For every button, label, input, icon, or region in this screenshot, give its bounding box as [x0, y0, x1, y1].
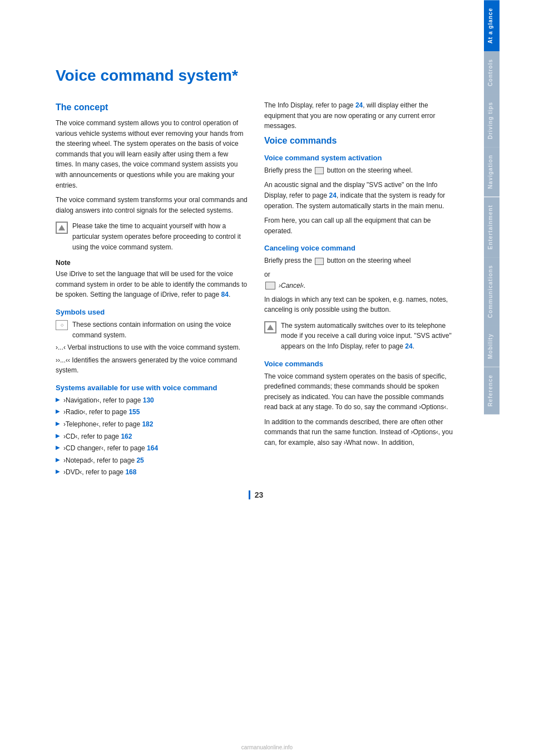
cancel-btn-icon	[315, 258, 324, 265]
list-arrow-icon: ▶	[56, 468, 60, 474]
sidebar-tab-navigation[interactable]: Navigation	[484, 147, 500, 197]
symbol1-text: These sections contain information on us…	[72, 320, 248, 340]
list-arrow-icon: ▶	[56, 456, 60, 463]
info-display-text: The Info Display, refer to page 24, will…	[264, 100, 456, 131]
list-arrow-icon: ▶	[56, 444, 60, 450]
sidebar-tab-reference[interactable]: Reference	[484, 367, 500, 414]
list-arrow-icon: ▶	[56, 433, 60, 439]
list-item: ▶ ›Radio‹, refer to page 155	[56, 407, 248, 418]
concept-tip-box: Please take the time to acquaint yoursel…	[56, 221, 248, 252]
voice-commands-title: Voice commands	[264, 136, 456, 146]
page-number-bar: 23	[56, 490, 456, 499]
activation-title: Voice command system activation	[264, 154, 456, 162]
list-item: ▶ ›Notepad‹, refer to page 25	[56, 455, 248, 466]
concept-title: The concept	[56, 102, 248, 112]
page-title: Voice command system*	[56, 67, 456, 85]
symbol-row-1: ◇ These sections contain information on …	[56, 320, 248, 340]
list-arrow-icon: ▶	[56, 420, 60, 426]
mic-symbol-icon: ◇	[56, 320, 68, 330]
sidebar-tab-driving-tips[interactable]: Driving tips	[484, 94, 500, 147]
systems-list: ▶ ›Navigation‹, refer to page 130 ▶ ›Rad…	[56, 395, 248, 478]
canceling-title: Canceling voice command	[264, 244, 456, 252]
activation-para1: Briefly press the button on the steering…	[264, 165, 456, 176]
sidebar-tab-entertainment[interactable]: Entertainment	[484, 197, 500, 257]
page-number: 23	[249, 490, 264, 499]
list-item: ▶ ›DVD‹, refer to page 168	[56, 467, 248, 478]
sidebar-tab-at-a-glance[interactable]: At a glance	[484, 0, 500, 51]
sidebar-tab-communications[interactable]: Communications	[484, 257, 500, 326]
info-display-page[interactable]: 24	[355, 101, 363, 109]
canceling-tip-page[interactable]: 24	[405, 342, 412, 350]
canceling-tip-icon	[264, 321, 276, 333]
sidebar-tab-mobility[interactable]: Mobility	[484, 326, 500, 367]
list-item: ▶ ›Telephone‹, refer to page 182	[56, 419, 248, 430]
canceling-para1: Briefly press the button on the steering…	[264, 256, 456, 266]
activation-para3: From here, you can call up all the equip…	[264, 215, 456, 236]
note-page-link[interactable]: 84	[221, 291, 229, 298]
tip-triangle-icon	[56, 222, 68, 234]
concept-para2: The voice command system transforms your…	[56, 195, 248, 215]
symbol3-text: ››...‹‹ Identifies the answers generated…	[56, 355, 248, 376]
note-text: Use iDrive to set the language that will…	[56, 269, 248, 300]
voice-cmds-subtitle: Voice commands	[264, 360, 456, 368]
sidebar-tab-controls[interactable]: Controls	[484, 51, 500, 94]
list-item: ▶ ›CD changer‹, refer to page 164	[56, 443, 248, 454]
cancel-mic-icon	[265, 282, 275, 289]
symbols-label: Symbols used	[56, 308, 248, 316]
systems-label: Systems available for use with voice com…	[56, 384, 248, 392]
cancel-cmd: ›Cancel‹.	[279, 281, 306, 291]
list-item: ▶ ›Navigation‹, refer to page 130	[56, 395, 248, 406]
canceling-para2: In dialogs in which any text can be spok…	[264, 294, 456, 315]
cancel-cmd-row: ›Cancel‹.	[264, 281, 456, 291]
canceling-tip-text: The system automatically switches over t…	[281, 321, 456, 352]
or-text: or	[264, 271, 456, 278]
activation-para2: An acoustic signal and the display "SVS …	[264, 180, 456, 211]
activation-page[interactable]: 24	[329, 192, 337, 199]
list-arrow-icon: ▶	[56, 396, 60, 402]
sidebar: At a glance Controls Driving tips Naviga…	[484, 0, 500, 756]
symbol-row-2: ›...‹ Verbal instructions to use with th…	[56, 342, 248, 353]
list-item: ▶ ›CD‹, refer to page 162	[56, 431, 248, 442]
voice-cmds-para1: The voice command system operates on the…	[264, 371, 456, 413]
concept-para1: The voice command system allows you to c…	[56, 118, 248, 190]
canceling-tip-box: The system automatically switches over t…	[264, 321, 456, 352]
concept-tip-text: Please take the time to acquaint yoursel…	[72, 221, 248, 252]
list-arrow-icon: ▶	[56, 408, 60, 414]
steering-btn-icon	[315, 167, 324, 174]
note-label: Note	[56, 259, 248, 267]
symbol-row-3: ››...‹‹ Identifies the answers generated…	[56, 355, 248, 376]
symbol2-text: ›...‹ Verbal instructions to use with th…	[56, 342, 240, 353]
watermark: carmanualonline.info	[241, 744, 293, 750]
voice-cmds-para2: In addition to the commands described, t…	[264, 417, 456, 448]
